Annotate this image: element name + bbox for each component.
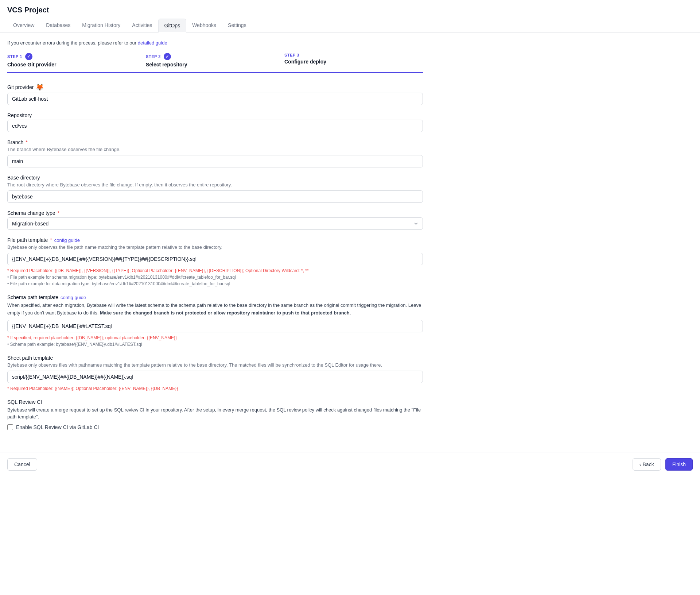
back-chevron-icon: ‹ <box>639 461 641 467</box>
tab-migration-history[interactable]: Migration History <box>76 19 126 33</box>
sql-review-section: SQL Review CI Bytebase will create a mer… <box>7 399 423 430</box>
detailed-guide-link[interactable]: detailed guide <box>138 40 167 46</box>
tab-overview[interactable]: Overview <box>7 19 40 33</box>
tab-settings[interactable]: Settings <box>222 19 252 33</box>
repository-input[interactable] <box>7 120 423 132</box>
schema-change-type-select[interactable]: Migration-based State-based <box>7 217 423 230</box>
repository-section: Repository <box>7 112 423 132</box>
schema-change-type-section: Schema change type * Migration-based Sta… <box>7 210 423 230</box>
footer: Cancel ‹ Back Finish <box>0 452 700 476</box>
schema-path-template-section: Schema path template config guide When s… <box>7 294 423 348</box>
footer-right: ‹ Back Finish <box>633 458 693 471</box>
schema-path-config-guide-link[interactable]: config guide <box>61 295 86 300</box>
step1-check-icon: ✓ <box>25 53 32 60</box>
gitlab-icon: 🦊 <box>36 83 44 91</box>
sheet-path-template-section: Sheet path template Bytebase only observ… <box>7 355 423 392</box>
tab-databases[interactable]: Databases <box>40 19 76 33</box>
schema-path-template-input[interactable] <box>7 320 423 332</box>
file-path-required-mark: * <box>50 237 52 243</box>
nav-tabs: Overview Databases Migration History Act… <box>0 19 700 33</box>
base-directory-section: Base directory The root directory where … <box>7 175 423 203</box>
sql-review-checkbox[interactable] <box>7 424 13 430</box>
finish-button[interactable]: Finish <box>665 458 693 471</box>
file-path-template-input[interactable] <box>7 253 423 265</box>
step-3: STEP 3 Configure deploy <box>284 53 423 72</box>
file-path-template-section: File path template * config guide Byteba… <box>7 237 423 287</box>
schema-change-required-mark: * <box>58 210 59 216</box>
page-title: VCS Project <box>7 6 693 14</box>
git-provider-section: Git provider 🦊 <box>7 83 423 105</box>
branch-input[interactable] <box>7 155 423 167</box>
tab-webhooks[interactable]: Webhooks <box>186 19 222 33</box>
steps-bar: STEP 1 ✓ Choose Git provider STEP 2 ✓ Se… <box>7 53 423 73</box>
branch-required-mark: * <box>26 139 27 145</box>
branch-section: Branch * The branch where Bytebase obser… <box>7 139 423 167</box>
sql-review-checkbox-row: Enable SQL Review CI via GitLab CI <box>7 424 423 430</box>
back-button[interactable]: ‹ Back <box>633 458 661 471</box>
tab-activities[interactable]: Activities <box>126 19 158 33</box>
sheet-path-template-input[interactable] <box>7 371 423 383</box>
info-bar: If you encounter errors during the proce… <box>7 40 423 46</box>
step-2: STEP 2 ✓ Select repository <box>146 53 284 72</box>
base-directory-input[interactable] <box>7 190 423 203</box>
file-path-config-guide-link[interactable]: config guide <box>54 237 80 243</box>
git-provider-input[interactable] <box>7 93 423 105</box>
step2-check-icon: ✓ <box>164 53 171 60</box>
sql-review-checkbox-label[interactable]: Enable SQL Review CI via GitLab CI <box>16 424 99 430</box>
cancel-button[interactable]: Cancel <box>7 458 37 471</box>
tab-gitops[interactable]: GitOps <box>158 19 187 33</box>
step-1: STEP 1 ✓ Choose Git provider <box>7 53 146 72</box>
